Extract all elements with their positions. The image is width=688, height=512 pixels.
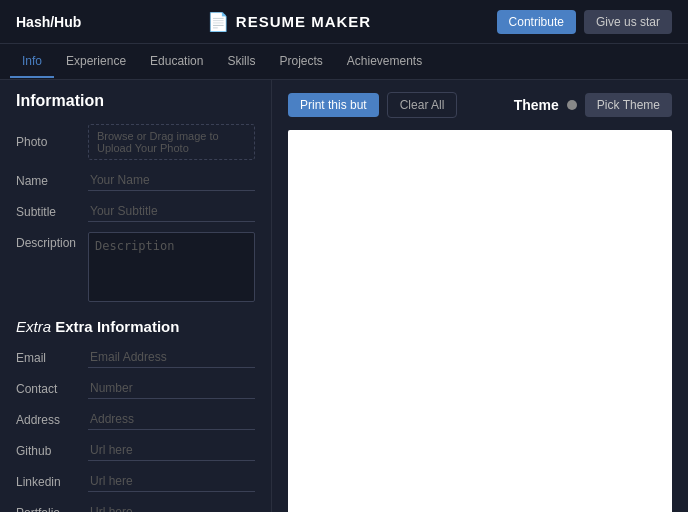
linkedin-label: Linkedin <box>16 475 88 489</box>
right-toolbar: Print this but Clear All Theme Pick Them… <box>288 92 672 118</box>
address-input[interactable] <box>88 409 255 430</box>
email-row: Email <box>16 347 255 368</box>
photo-label: Photo <box>16 135 88 149</box>
name-row: Name <box>16 170 255 191</box>
photo-upload-area[interactable]: Browse or Drag image to Upload Your Phot… <box>88 124 255 160</box>
main-content: Information Photo Browse or Drag image t… <box>0 80 688 512</box>
email-label: Email <box>16 351 88 365</box>
info-section-title: Information <box>16 92 255 110</box>
tab-skills[interactable]: Skills <box>215 46 267 78</box>
email-input[interactable] <box>88 347 255 368</box>
address-row: Address <box>16 409 255 430</box>
right-panel: Print this but Clear All Theme Pick Them… <box>272 80 688 512</box>
description-label: Description <box>16 232 88 250</box>
portfolio-input[interactable] <box>88 502 255 512</box>
subtitle-row: Subtitle <box>16 201 255 222</box>
linkedin-input[interactable] <box>88 471 255 492</box>
tabs-bar: Info Experience Education Skills Project… <box>0 44 688 80</box>
linkedin-row: Linkedin <box>16 471 255 492</box>
github-label: Github <box>16 444 88 458</box>
header: Hash/Hub 📄 RESUME MAKER Contribute Give … <box>0 0 688 44</box>
tab-achievements[interactable]: Achievements <box>335 46 434 78</box>
header-actions: Contribute Give us star <box>497 10 672 34</box>
theme-section: Theme Pick Theme <box>514 93 672 117</box>
portfolio-label: Portfolio <box>16 506 88 513</box>
clear-button[interactable]: Clear All <box>387 92 458 118</box>
name-label: Name <box>16 174 88 188</box>
tab-experience[interactable]: Experience <box>54 46 138 78</box>
address-label: Address <box>16 413 88 427</box>
contact-label: Contact <box>16 382 88 396</box>
subtitle-input[interactable] <box>88 201 255 222</box>
description-row: Description <box>16 232 255 302</box>
theme-color-dot <box>567 100 577 110</box>
app-title: RESUME MAKER <box>236 13 371 30</box>
document-icon: 📄 <box>207 11 230 33</box>
subtitle-label: Subtitle <box>16 205 88 219</box>
contact-input[interactable] <box>88 378 255 399</box>
tab-education[interactable]: Education <box>138 46 215 78</box>
app-title-container: 📄 RESUME MAKER <box>207 11 371 33</box>
resume-preview <box>288 130 672 512</box>
tab-info[interactable]: Info <box>10 46 54 78</box>
theme-label: Theme <box>514 97 559 113</box>
logo: Hash/Hub <box>16 14 81 30</box>
portfolio-row: Portfolio <box>16 502 255 512</box>
extra-section-title: Extra Extra Information <box>16 318 255 335</box>
photo-row: Photo Browse or Drag image to Upload You… <box>16 124 255 160</box>
contact-row: Contact <box>16 378 255 399</box>
left-panel: Information Photo Browse or Drag image t… <box>0 80 272 512</box>
pick-theme-button[interactable]: Pick Theme <box>585 93 672 117</box>
tab-projects[interactable]: Projects <box>267 46 334 78</box>
name-input[interactable] <box>88 170 255 191</box>
github-input[interactable] <box>88 440 255 461</box>
give-star-button[interactable]: Give us star <box>584 10 672 34</box>
github-row: Github <box>16 440 255 461</box>
print-button[interactable]: Print this but <box>288 93 379 117</box>
contribute-button[interactable]: Contribute <box>497 10 576 34</box>
description-input[interactable] <box>88 232 255 302</box>
